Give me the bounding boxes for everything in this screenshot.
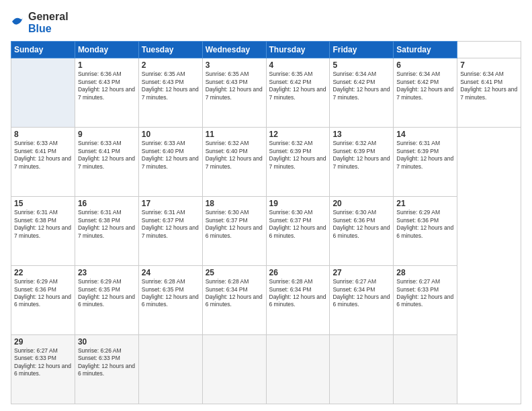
page: General Blue SundayMondayTuesdayWednesda…	[0, 0, 532, 411]
cell-text: Sunrise: 6:30 AMSunset: 6:37 PMDaylight:…	[206, 209, 263, 238]
day-number: 17	[142, 199, 200, 208]
day-cell: 23 Sunrise: 6:29 AMSunset: 6:35 PMDaylig…	[75, 266, 138, 335]
day-number: 30	[78, 337, 136, 347]
day-cell: 22 Sunrise: 6:29 AMSunset: 6:36 PMDaylig…	[11, 266, 75, 335]
day-cell: 16 Sunrise: 6:31 AMSunset: 6:38 PMDaylig…	[75, 197, 138, 266]
logo-general: General	[28, 11, 69, 23]
day-number: 9	[78, 130, 136, 139]
day-cell: 21 Sunrise: 6:29 AMSunset: 6:36 PMDaylig…	[394, 197, 457, 266]
day-number: 19	[269, 199, 327, 208]
day-cell: 1 Sunrise: 6:36 AMSunset: 6:43 PMDayligh…	[75, 58, 138, 128]
day-number: 27	[332, 268, 390, 277]
day-cell: 29 Sunrise: 6:27 AMSunset: 6:33 PMDaylig…	[11, 335, 75, 404]
day-number: 26	[269, 268, 327, 277]
cell-text: Sunrise: 6:31 AMSunset: 6:39 PMDaylight:…	[396, 140, 453, 169]
day-cell: 12 Sunrise: 6:32 AMSunset: 6:39 PMDaylig…	[266, 128, 330, 197]
day-number: 18	[206, 199, 263, 208]
calendar-week-row: 1 Sunrise: 6:36 AMSunset: 6:43 PMDayligh…	[11, 58, 521, 128]
cell-text: Sunrise: 6:36 AMSunset: 6:43 PMDaylight:…	[78, 71, 135, 100]
day-number: 4	[269, 60, 327, 70]
cell-text: Sunrise: 6:31 AMSunset: 6:38 PMDaylight:…	[14, 209, 71, 238]
day-cell: 9 Sunrise: 6:33 AMSunset: 6:41 PMDayligh…	[75, 128, 138, 197]
cell-text: Sunrise: 6:32 AMSunset: 6:39 PMDaylight:…	[269, 140, 326, 169]
day-cell: 15 Sunrise: 6:31 AMSunset: 6:38 PMDaylig…	[11, 197, 75, 266]
day-cell: 17 Sunrise: 6:31 AMSunset: 6:37 PMDaylig…	[138, 197, 202, 266]
day-cell: 4 Sunrise: 6:35 AMSunset: 6:42 PMDayligh…	[266, 58, 330, 128]
calendar-week-row: 29 Sunrise: 6:27 AMSunset: 6:33 PMDaylig…	[11, 335, 521, 404]
cell-text: Sunrise: 6:29 AMSunset: 6:36 PMDaylight:…	[14, 278, 71, 308]
calendar-table: SundayMondayTuesdayWednesdayThursdayFrid…	[11, 41, 521, 404]
day-number: 25	[206, 268, 263, 277]
empty-cell	[138, 335, 202, 404]
cell-text: Sunrise: 6:30 AMSunset: 6:37 PMDaylight:…	[269, 209, 326, 238]
day-number: 8	[14, 130, 72, 139]
day-number: 2	[142, 60, 200, 70]
empty-cell	[11, 58, 75, 128]
cell-text: Sunrise: 6:32 AMSunset: 6:39 PMDaylight:…	[332, 140, 390, 169]
col-header-wednesday: Wednesday	[202, 42, 266, 58]
day-number: 3	[206, 60, 263, 70]
logo: General Blue	[11, 11, 69, 34]
cell-text: Sunrise: 6:28 AMSunset: 6:34 PMDaylight:…	[206, 278, 263, 308]
col-header-tuesday: Tuesday	[138, 42, 202, 58]
day-number: 16	[78, 199, 136, 208]
day-number: 15	[14, 199, 72, 208]
logo-blue: Blue	[28, 23, 69, 35]
day-cell: 6 Sunrise: 6:34 AMSunset: 6:42 PMDayligh…	[394, 58, 457, 128]
day-cell: 8 Sunrise: 6:33 AMSunset: 6:41 PMDayligh…	[11, 128, 75, 197]
day-number: 1	[78, 60, 136, 70]
cell-text: Sunrise: 6:27 AMSunset: 6:33 PMDaylight:…	[14, 347, 71, 377]
cell-text: Sunrise: 6:34 AMSunset: 6:42 PMDaylight:…	[332, 71, 390, 100]
day-cell: 25 Sunrise: 6:28 AMSunset: 6:34 PMDaylig…	[202, 266, 266, 335]
day-cell: 24 Sunrise: 6:28 AMSunset: 6:35 PMDaylig…	[138, 266, 202, 335]
day-number: 22	[14, 268, 72, 277]
day-cell: 20 Sunrise: 6:30 AMSunset: 6:36 PMDaylig…	[330, 197, 394, 266]
day-cell: 30 Sunrise: 6:26 AMSunset: 6:33 PMDaylig…	[75, 335, 138, 404]
cell-text: Sunrise: 6:28 AMSunset: 6:34 PMDaylight:…	[269, 278, 326, 308]
col-header-friday: Friday	[330, 42, 394, 58]
day-cell: 10 Sunrise: 6:33 AMSunset: 6:40 PMDaylig…	[138, 128, 202, 197]
col-header-monday: Monday	[75, 42, 138, 58]
empty-cell	[202, 335, 266, 404]
day-cell: 7 Sunrise: 6:34 AMSunset: 6:41 PMDayligh…	[457, 58, 521, 128]
calendar-header-row: SundayMondayTuesdayWednesdayThursdayFrid…	[11, 42, 521, 58]
day-cell: 5 Sunrise: 6:34 AMSunset: 6:42 PMDayligh…	[330, 58, 394, 128]
calendar-week-row: 22 Sunrise: 6:29 AMSunset: 6:36 PMDaylig…	[11, 266, 521, 335]
day-number: 28	[396, 268, 454, 277]
day-cell: 19 Sunrise: 6:30 AMSunset: 6:37 PMDaylig…	[266, 197, 330, 266]
col-header-saturday: Saturday	[394, 42, 457, 58]
day-number: 21	[396, 199, 454, 208]
calendar-week-row: 15 Sunrise: 6:31 AMSunset: 6:38 PMDaylig…	[11, 197, 521, 266]
header: General Blue	[11, 11, 521, 34]
cell-text: Sunrise: 6:35 AMSunset: 6:43 PMDaylight:…	[206, 71, 263, 100]
day-number: 7	[460, 60, 518, 70]
day-number: 13	[332, 130, 390, 139]
cell-text: Sunrise: 6:31 AMSunset: 6:37 PMDaylight:…	[142, 209, 199, 238]
empty-cell	[330, 335, 394, 404]
cell-text: Sunrise: 6:32 AMSunset: 6:40 PMDaylight:…	[206, 140, 263, 169]
day-number: 29	[14, 337, 72, 347]
cell-text: Sunrise: 6:29 AMSunset: 6:36 PMDaylight:…	[396, 209, 453, 238]
cell-text: Sunrise: 6:33 AMSunset: 6:41 PMDaylight:…	[14, 140, 71, 169]
cell-text: Sunrise: 6:30 AMSunset: 6:36 PMDaylight:…	[332, 209, 390, 238]
cell-text: Sunrise: 6:28 AMSunset: 6:35 PMDaylight:…	[142, 278, 199, 308]
day-cell: 13 Sunrise: 6:32 AMSunset: 6:39 PMDaylig…	[330, 128, 394, 197]
day-cell: 2 Sunrise: 6:35 AMSunset: 6:43 PMDayligh…	[138, 58, 202, 128]
day-number: 24	[142, 268, 200, 277]
day-number: 14	[396, 130, 454, 139]
cell-text: Sunrise: 6:26 AMSunset: 6:33 PMDaylight:…	[78, 347, 135, 377]
day-cell: 26 Sunrise: 6:28 AMSunset: 6:34 PMDaylig…	[266, 266, 330, 335]
cell-text: Sunrise: 6:35 AMSunset: 6:42 PMDaylight:…	[269, 71, 326, 100]
cell-text: Sunrise: 6:33 AMSunset: 6:40 PMDaylight:…	[142, 140, 199, 169]
cell-text: Sunrise: 6:27 AMSunset: 6:34 PMDaylight:…	[332, 278, 390, 308]
cell-text: Sunrise: 6:33 AMSunset: 6:41 PMDaylight:…	[78, 140, 135, 169]
empty-cell	[394, 335, 457, 404]
day-number: 12	[269, 130, 327, 139]
empty-cell	[266, 335, 330, 404]
cell-text: Sunrise: 6:34 AMSunset: 6:41 PMDaylight:…	[460, 71, 517, 100]
day-number: 20	[332, 199, 390, 208]
cell-text: Sunrise: 6:29 AMSunset: 6:35 PMDaylight:…	[78, 278, 135, 308]
logo-bird-icon	[11, 15, 24, 28]
col-header-sunday: Sunday	[11, 42, 75, 58]
cell-text: Sunrise: 6:34 AMSunset: 6:42 PMDaylight:…	[396, 71, 453, 100]
